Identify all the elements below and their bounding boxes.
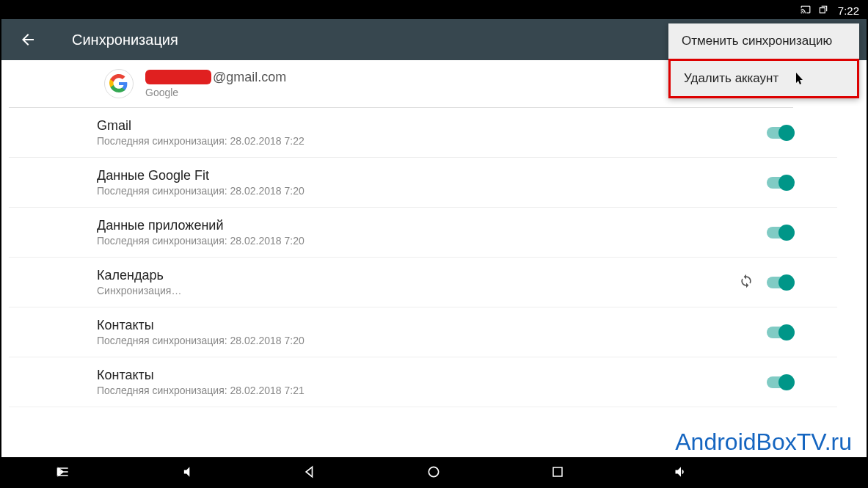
page-title: Синхронизация xyxy=(72,32,178,48)
sync-item-title: Данные приложений xyxy=(97,218,304,233)
sync-toggle[interactable] xyxy=(767,227,793,238)
sync-controls xyxy=(767,177,793,189)
sync-item-title: Контакты xyxy=(97,318,304,333)
content-area: @gmail.com Google GmailПоследняя синхрон… xyxy=(1,60,867,457)
nav-volume-up-button[interactable] xyxy=(666,457,696,487)
sync-toggle[interactable] xyxy=(767,376,793,388)
sync-item-subtitle: Последняя синхронизация: 28.02.2018 7:21 xyxy=(97,385,304,396)
sync-item-subtitle: Последняя синхронизация: 28.02.2018 7:20 xyxy=(97,235,304,247)
sync-controls xyxy=(767,327,793,338)
account-email: @gmail.com xyxy=(145,70,286,85)
menu-cancel-sync[interactable]: Отменить синхронизацию xyxy=(668,23,859,59)
sync-item[interactable]: КонтактыПоследняя синхронизация: 28.02.2… xyxy=(9,357,837,407)
sync-text: КалендарьСинхронизация… xyxy=(97,268,181,296)
sync-controls xyxy=(767,376,793,388)
watermark: AndroidBoxTV.ru xyxy=(675,429,852,456)
sync-list: GmailПоследняя синхронизация: 28.02.2018… xyxy=(1,108,867,407)
sync-item-title: Календарь xyxy=(97,268,181,283)
status-clock: 7:22 xyxy=(838,4,859,17)
menu-delete-label: Удалить аккаунт xyxy=(684,71,778,85)
sync-item-title: Gmail xyxy=(97,118,304,134)
nav-menu-button[interactable] xyxy=(48,457,78,487)
back-button[interactable] xyxy=(13,25,43,54)
menu-delete-account[interactable]: Удалить аккаунт xyxy=(668,59,859,98)
sync-item-title: Данные Google Fit xyxy=(97,168,304,183)
svg-point-1 xyxy=(429,467,439,476)
email-suffix: @gmail.com xyxy=(213,70,286,85)
nav-home-button[interactable] xyxy=(419,457,448,487)
sync-text: Данные приложенийПоследняя синхронизация… xyxy=(97,218,304,247)
sync-toggle[interactable] xyxy=(767,177,793,189)
redacted-email-prefix xyxy=(145,70,211,84)
sync-controls xyxy=(739,274,793,291)
sync-item-subtitle: Синхронизация… xyxy=(97,285,181,296)
windows-icon xyxy=(817,4,829,17)
sync-item-subtitle: Последняя синхронизация: 28.02.2018 7:20 xyxy=(97,335,304,346)
nav-spacer xyxy=(790,457,820,487)
cursor-icon xyxy=(795,73,806,89)
sync-toggle[interactable] xyxy=(767,127,793,139)
account-info: @gmail.com Google xyxy=(145,70,286,98)
sync-item[interactable]: Данные приложенийПоследняя синхронизация… xyxy=(9,208,837,258)
sync-controls xyxy=(767,127,793,139)
svg-rect-2 xyxy=(553,467,562,476)
sync-item[interactable]: GmailПоследняя синхронизация: 28.02.2018… xyxy=(9,108,837,158)
sync-item-subtitle: Последняя синхронизация: 28.02.2018 7:22 xyxy=(97,135,304,147)
overflow-menu: Отменить синхронизацию Удалить аккаунт xyxy=(668,23,859,98)
nav-recents-button[interactable] xyxy=(543,457,572,487)
sync-controls xyxy=(767,227,793,238)
sync-item-title: Контакты xyxy=(97,368,304,383)
sync-text: Данные Google FitПоследняя синхронизация… xyxy=(97,168,304,197)
sync-item[interactable]: Данные Google FitПоследняя синхронизация… xyxy=(9,158,837,208)
cast-icon xyxy=(800,4,812,17)
sync-toggle[interactable] xyxy=(767,327,793,338)
status-bar: 7:22 xyxy=(1,1,867,19)
nav-back-button[interactable] xyxy=(296,457,325,487)
sync-toggle[interactable] xyxy=(767,277,793,288)
sync-in-progress-icon xyxy=(739,274,754,291)
sync-text: КонтактыПоследняя синхронизация: 28.02.2… xyxy=(97,368,304,396)
nav-volume-down-button[interactable] xyxy=(172,457,202,487)
google-icon xyxy=(104,69,134,98)
sync-text: GmailПоследняя синхронизация: 28.02.2018… xyxy=(97,118,304,147)
sync-item[interactable]: КонтактыПоследняя синхронизация: 28.02.2… xyxy=(9,307,837,357)
sync-text: КонтактыПоследняя синхронизация: 28.02.2… xyxy=(97,318,304,346)
navigation-bar xyxy=(1,457,867,487)
sync-item[interactable]: КалендарьСинхронизация… xyxy=(9,258,837,307)
sync-item-subtitle: Последняя синхронизация: 28.02.2018 7:20 xyxy=(97,185,304,197)
